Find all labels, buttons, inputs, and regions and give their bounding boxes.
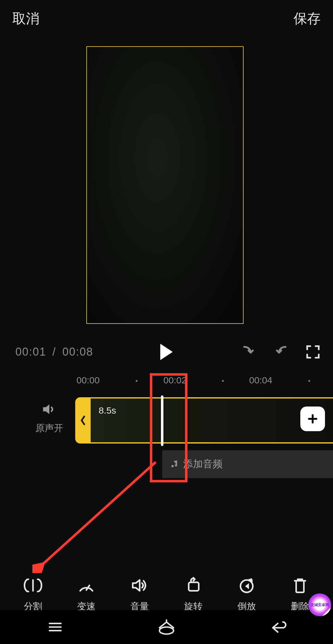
reverse-icon bbox=[237, 576, 256, 595]
split-tool[interactable]: 分割 bbox=[24, 576, 42, 613]
rotate-icon bbox=[184, 576, 203, 595]
clip-left-handle[interactable] bbox=[75, 397, 91, 444]
watermark: 龙城安卓网 bbox=[308, 593, 331, 616]
time-display: 00:01 / 00:08 bbox=[15, 345, 93, 358]
svg-line-0 bbox=[40, 462, 156, 567]
volume-icon bbox=[130, 576, 149, 595]
annotation-arrow bbox=[32, 459, 162, 573]
video-clip[interactable]: 8.5s bbox=[75, 397, 333, 444]
split-icon bbox=[24, 576, 42, 595]
cancel-button[interactable]: 取消 bbox=[12, 10, 39, 28]
speed-tool[interactable]: 变速 bbox=[77, 576, 96, 613]
watermark-text: 龙城安卓网 bbox=[310, 603, 329, 607]
back-button[interactable] bbox=[269, 620, 286, 634]
fullscreen-button[interactable] bbox=[305, 344, 321, 360]
recent-apps-button[interactable] bbox=[47, 620, 64, 634]
speed-icon bbox=[77, 576, 96, 595]
add-audio-button[interactable]: 添加音频 bbox=[162, 450, 333, 478]
ruler-dot bbox=[136, 380, 138, 382]
save-button[interactable]: 保存 bbox=[294, 10, 321, 28]
current-time: 00:01 bbox=[15, 345, 46, 358]
clip-duration: 8.5s bbox=[99, 405, 116, 416]
music-note-icon bbox=[170, 460, 179, 469]
delete-tool[interactable]: 删除 bbox=[291, 576, 309, 613]
time-separator: / bbox=[52, 345, 56, 358]
ruler-tick: 00:02 bbox=[163, 375, 187, 386]
top-bar: 取消 保存 bbox=[0, 0, 333, 37]
play-button[interactable] bbox=[158, 343, 175, 361]
undo-button[interactable] bbox=[240, 343, 257, 361]
clip-body[interactable]: 8.5s bbox=[91, 397, 333, 444]
playback-controls: 00:01 / 00:08 bbox=[0, 338, 333, 366]
android-nav-bar bbox=[0, 610, 333, 644]
add-clip-button[interactable] bbox=[300, 407, 325, 431]
add-audio-label: 添加音频 bbox=[183, 457, 223, 471]
total-time: 00:08 bbox=[62, 345, 93, 358]
timeline-ruler[interactable]: 00:00 00:02 00:04 bbox=[0, 375, 333, 392]
ruler-dot bbox=[222, 380, 224, 382]
ruler-tick: 00:00 bbox=[76, 375, 100, 386]
video-preview[interactable] bbox=[86, 46, 244, 324]
sound-label: 原声开 bbox=[31, 422, 68, 435]
home-button[interactable] bbox=[157, 619, 176, 635]
redo-button[interactable] bbox=[273, 343, 290, 361]
reverse-tool[interactable]: 倒放 bbox=[237, 576, 256, 613]
ruler-tick: 00:04 bbox=[249, 375, 272, 386]
svg-point-7 bbox=[159, 627, 174, 634]
playhead[interactable] bbox=[161, 395, 163, 446]
original-sound-toggle[interactable]: 原声开 bbox=[31, 401, 68, 435]
rotate-tool[interactable]: 旋转 bbox=[184, 576, 203, 613]
svg-rect-2 bbox=[189, 582, 199, 591]
trash-icon bbox=[291, 576, 309, 595]
ruler-dot bbox=[308, 380, 310, 382]
volume-tool[interactable]: 音量 bbox=[130, 576, 149, 613]
